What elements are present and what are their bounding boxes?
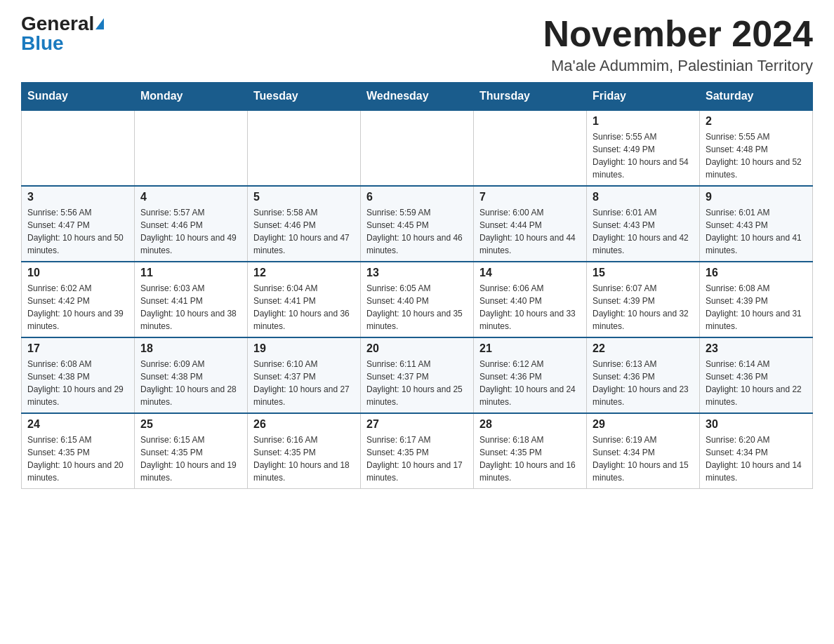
day-info: Sunrise: 6:02 AM Sunset: 4:42 PM Dayligh… xyxy=(27,282,128,333)
day-number: 6 xyxy=(366,191,468,203)
calendar-day-cell: 10Sunrise: 6:02 AM Sunset: 4:42 PM Dayli… xyxy=(22,262,135,337)
calendar-day-cell: 12Sunrise: 6:04 AM Sunset: 4:41 PM Dayli… xyxy=(248,262,361,337)
day-info: Sunrise: 6:01 AM Sunset: 4:43 PM Dayligh… xyxy=(706,206,807,257)
logo: General Blue xyxy=(21,14,104,53)
day-info: Sunrise: 6:09 AM Sunset: 4:38 PM Dayligh… xyxy=(140,358,241,408)
calendar-day-cell xyxy=(361,110,474,186)
day-info: Sunrise: 5:55 AM Sunset: 4:49 PM Dayligh… xyxy=(593,130,694,181)
calendar-day-cell: 11Sunrise: 6:03 AM Sunset: 4:41 PM Dayli… xyxy=(135,262,248,337)
day-number: 30 xyxy=(706,418,807,431)
calendar-day-cell: 25Sunrise: 6:15 AM Sunset: 4:35 PM Dayli… xyxy=(135,413,248,489)
day-info: Sunrise: 5:57 AM Sunset: 4:46 PM Dayligh… xyxy=(140,206,241,257)
day-info: Sunrise: 6:05 AM Sunset: 4:40 PM Dayligh… xyxy=(366,282,468,333)
day-number: 9 xyxy=(706,191,807,203)
calendar-day-cell xyxy=(22,110,135,186)
day-info: Sunrise: 6:06 AM Sunset: 4:40 PM Dayligh… xyxy=(479,282,581,333)
day-number: 19 xyxy=(253,342,355,355)
col-thursday: Thursday xyxy=(474,83,587,111)
calendar-day-cell xyxy=(474,110,587,186)
calendar-day-cell: 4Sunrise: 5:57 AM Sunset: 4:46 PM Daylig… xyxy=(135,186,248,262)
day-info: Sunrise: 6:03 AM Sunset: 4:41 PM Dayligh… xyxy=(140,282,241,333)
month-title: November 2024 xyxy=(543,14,813,54)
calendar-day-cell: 24Sunrise: 6:15 AM Sunset: 4:35 PM Dayli… xyxy=(22,413,135,489)
calendar-day-cell: 29Sunrise: 6:19 AM Sunset: 4:34 PM Dayli… xyxy=(587,413,700,489)
day-info: Sunrise: 6:19 AM Sunset: 4:34 PM Dayligh… xyxy=(593,434,694,484)
calendar-week-row: 3Sunrise: 5:56 AM Sunset: 4:47 PM Daylig… xyxy=(22,186,813,262)
day-info: Sunrise: 6:07 AM Sunset: 4:39 PM Dayligh… xyxy=(593,282,694,333)
calendar-week-row: 17Sunrise: 6:08 AM Sunset: 4:38 PM Dayli… xyxy=(22,337,813,413)
calendar-day-cell: 2Sunrise: 5:55 AM Sunset: 4:48 PM Daylig… xyxy=(700,110,813,186)
day-number: 2 xyxy=(706,115,807,128)
logo-general: General xyxy=(21,14,94,34)
calendar-day-cell: 1Sunrise: 5:55 AM Sunset: 4:49 PM Daylig… xyxy=(587,110,700,186)
calendar-day-cell: 20Sunrise: 6:11 AM Sunset: 4:37 PM Dayli… xyxy=(361,337,474,413)
col-saturday: Saturday xyxy=(700,83,813,111)
location-title: Ma'ale Adummim, Palestinian Territory xyxy=(543,57,813,75)
day-number: 16 xyxy=(706,267,807,279)
day-number: 7 xyxy=(479,191,581,203)
calendar-day-cell xyxy=(248,110,361,186)
calendar-day-cell: 21Sunrise: 6:12 AM Sunset: 4:36 PM Dayli… xyxy=(474,337,587,413)
calendar-day-cell: 27Sunrise: 6:17 AM Sunset: 4:35 PM Dayli… xyxy=(361,413,474,489)
calendar-day-cell: 30Sunrise: 6:20 AM Sunset: 4:34 PM Dayli… xyxy=(700,413,813,489)
day-number: 24 xyxy=(27,418,128,431)
day-number: 1 xyxy=(593,115,694,128)
day-number: 8 xyxy=(593,191,694,203)
calendar-day-cell xyxy=(135,110,248,186)
day-info: Sunrise: 6:13 AM Sunset: 4:36 PM Dayligh… xyxy=(593,358,694,408)
col-friday: Friday xyxy=(587,83,700,111)
calendar-day-cell: 6Sunrise: 5:59 AM Sunset: 4:45 PM Daylig… xyxy=(361,186,474,262)
calendar-day-cell: 19Sunrise: 6:10 AM Sunset: 4:37 PM Dayli… xyxy=(248,337,361,413)
day-info: Sunrise: 5:55 AM Sunset: 4:48 PM Dayligh… xyxy=(706,130,807,181)
day-number: 18 xyxy=(140,342,241,355)
logo-blue: Blue xyxy=(21,34,64,53)
calendar-day-cell: 13Sunrise: 6:05 AM Sunset: 4:40 PM Dayli… xyxy=(361,262,474,337)
day-number: 23 xyxy=(706,342,807,355)
day-info: Sunrise: 6:12 AM Sunset: 4:36 PM Dayligh… xyxy=(479,358,581,408)
col-wednesday: Wednesday xyxy=(361,83,474,111)
day-number: 5 xyxy=(253,191,355,203)
calendar-day-cell: 22Sunrise: 6:13 AM Sunset: 4:36 PM Dayli… xyxy=(587,337,700,413)
col-monday: Monday xyxy=(135,83,248,111)
day-number: 28 xyxy=(479,418,581,431)
calendar-day-cell: 5Sunrise: 5:58 AM Sunset: 4:46 PM Daylig… xyxy=(248,186,361,262)
day-number: 21 xyxy=(479,342,581,355)
calendar-day-cell: 16Sunrise: 6:08 AM Sunset: 4:39 PM Dayli… xyxy=(700,262,813,337)
day-info: Sunrise: 6:01 AM Sunset: 4:43 PM Dayligh… xyxy=(593,206,694,257)
day-number: 13 xyxy=(366,267,468,279)
day-info: Sunrise: 6:11 AM Sunset: 4:37 PM Dayligh… xyxy=(366,358,468,408)
day-info: Sunrise: 6:17 AM Sunset: 4:35 PM Dayligh… xyxy=(366,434,468,484)
day-info: Sunrise: 6:14 AM Sunset: 4:36 PM Dayligh… xyxy=(706,358,807,408)
day-number: 14 xyxy=(479,267,581,279)
day-number: 25 xyxy=(140,418,241,431)
calendar-day-cell: 26Sunrise: 6:16 AM Sunset: 4:35 PM Dayli… xyxy=(248,413,361,489)
calendar-table: Sunday Monday Tuesday Wednesday Thursday… xyxy=(21,82,813,489)
day-number: 20 xyxy=(366,342,468,355)
day-info: Sunrise: 6:08 AM Sunset: 4:39 PM Dayligh… xyxy=(706,282,807,333)
day-number: 27 xyxy=(366,418,468,431)
col-tuesday: Tuesday xyxy=(248,83,361,111)
day-number: 15 xyxy=(593,267,694,279)
day-info: Sunrise: 6:10 AM Sunset: 4:37 PM Dayligh… xyxy=(253,358,355,408)
calendar-day-cell: 9Sunrise: 6:01 AM Sunset: 4:43 PM Daylig… xyxy=(700,186,813,262)
day-number: 4 xyxy=(140,191,241,203)
col-sunday: Sunday xyxy=(22,83,135,111)
calendar-week-row: 1Sunrise: 5:55 AM Sunset: 4:49 PM Daylig… xyxy=(22,110,813,186)
day-info: Sunrise: 6:20 AM Sunset: 4:34 PM Dayligh… xyxy=(706,434,807,484)
calendar-day-cell: 18Sunrise: 6:09 AM Sunset: 4:38 PM Dayli… xyxy=(135,337,248,413)
calendar-day-cell: 17Sunrise: 6:08 AM Sunset: 4:38 PM Dayli… xyxy=(22,337,135,413)
day-info: Sunrise: 6:16 AM Sunset: 4:35 PM Dayligh… xyxy=(253,434,355,484)
page-header: General Blue November 2024 Ma'ale Adummi… xyxy=(21,14,813,75)
calendar-day-cell: 14Sunrise: 6:06 AM Sunset: 4:40 PM Dayli… xyxy=(474,262,587,337)
day-number: 11 xyxy=(140,267,241,279)
day-info: Sunrise: 6:15 AM Sunset: 4:35 PM Dayligh… xyxy=(27,434,128,484)
day-info: Sunrise: 6:00 AM Sunset: 4:44 PM Dayligh… xyxy=(479,206,581,257)
day-info: Sunrise: 5:59 AM Sunset: 4:45 PM Dayligh… xyxy=(366,206,468,257)
day-info: Sunrise: 6:18 AM Sunset: 4:35 PM Dayligh… xyxy=(479,434,581,484)
calendar-day-cell: 23Sunrise: 6:14 AM Sunset: 4:36 PM Dayli… xyxy=(700,337,813,413)
day-number: 22 xyxy=(593,342,694,355)
calendar-week-row: 10Sunrise: 6:02 AM Sunset: 4:42 PM Dayli… xyxy=(22,262,813,337)
logo-triangle-icon xyxy=(95,18,104,29)
title-block: November 2024 Ma'ale Adummim, Palestinia… xyxy=(543,14,813,75)
day-number: 17 xyxy=(27,342,128,355)
